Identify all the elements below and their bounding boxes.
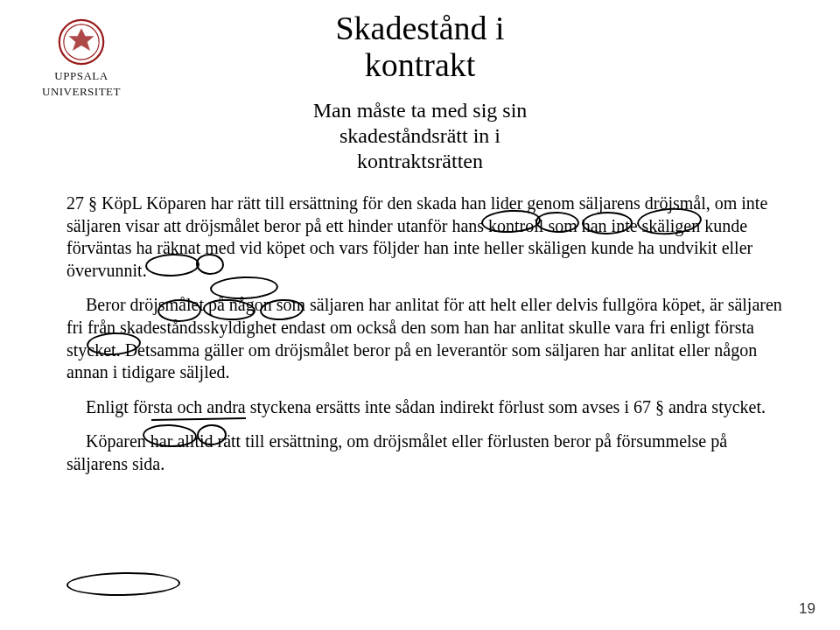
- paragraph-3: Enligt första och andra styckena ersätts…: [66, 396, 788, 419]
- page-number: 19: [799, 600, 816, 618]
- subtitle: Man måste ta med sig sinskadeståndsrätt …: [0, 98, 840, 173]
- paragraph-2: Beror dröjsmålet på någon som säljaren h…: [66, 294, 788, 383]
- logo-text-line2: UNIVERSITET: [33, 86, 130, 98]
- body-text: 27 § KöpL Köparen har rätt till ersättni…: [66, 192, 788, 488]
- page-title: Skadestånd ikontrakt: [0, 10, 840, 84]
- paragraph-4: Köparen har alltid rätt till ersättning,…: [66, 430, 788, 475]
- paragraph-1: 27 § KöpL Köparen har rätt till ersättni…: [66, 192, 788, 282]
- annotation-ellipse: [66, 571, 180, 597]
- slide: UPPSALA UNIVERSITET Skadestånd ikontrakt…: [0, 0, 840, 630]
